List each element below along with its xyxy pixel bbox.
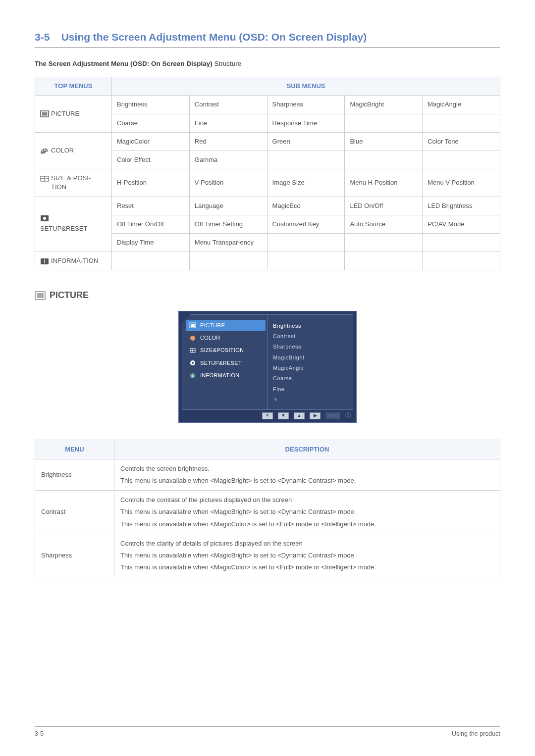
- osd-sub: Fine: [273, 384, 351, 395]
- cell: Contrast: [189, 96, 267, 114]
- cell: Reset: [112, 197, 190, 215]
- osd-sub: Brightness: [273, 321, 351, 331]
- cell: Red: [189, 132, 267, 151]
- osd-item-label: SETUP&RESET: [200, 359, 242, 367]
- cell: Sharpness: [267, 96, 345, 114]
- osd-left-menu: PICTURE COLOR SIZE&POSITION SETUP&RESET …: [182, 315, 268, 409]
- osd-btn-auto: AUTO: [325, 412, 340, 419]
- page-footer: 3-5 Using the product: [35, 726, 500, 739]
- cell: [267, 233, 345, 252]
- desc-menu-contrast: Contrast: [35, 491, 114, 534]
- osd-sub: MagicBright: [273, 353, 351, 363]
- cell: LED Brightness: [423, 197, 500, 215]
- desc-line: Controls the contrast of the pictures di…: [120, 496, 494, 504]
- cell: Off Timer Setting: [189, 215, 267, 233]
- osd-item-color: COLOR: [186, 332, 266, 344]
- cell: [345, 114, 423, 132]
- svg-point-4: [46, 150, 47, 151]
- cell: Green: [267, 132, 345, 151]
- th-menu: MENU: [35, 440, 114, 459]
- cell: Response Time: [267, 114, 345, 132]
- osd-button-bar: ✕ ▼ ▲ ▶ AUTO ⏻: [182, 410, 353, 420]
- intro-strong: The Screen Adjustment Menu (OSD: On Scre…: [35, 60, 213, 67]
- description-table: MENU DESCRIPTION Brightness Controls the…: [35, 440, 500, 578]
- svg-point-11: [43, 217, 46, 220]
- cell: [423, 252, 500, 270]
- cell: V-Position: [189, 169, 267, 197]
- divider: [35, 47, 500, 48]
- osd-item-label: SIZE&POSITION: [200, 347, 244, 354]
- desc-line: This menu is unavailable when <MagicBrig…: [120, 476, 494, 485]
- cell: Color Effect: [112, 151, 190, 169]
- desc-line: This menu is unavailable when <MagicColo…: [120, 563, 494, 572]
- osd-screenshot: PICTURE COLOR SIZE&POSITION SETUP&RESET …: [35, 311, 500, 423]
- cell: [345, 252, 423, 270]
- cell: Blue: [345, 132, 423, 151]
- cell: Coarse: [112, 114, 190, 132]
- desc-menu-brightness: Brightness: [35, 459, 114, 490]
- osd-btn-enter: ▶: [310, 412, 321, 419]
- cell: [423, 233, 500, 252]
- desc-line: This menu is unavailable when <MagicColo…: [120, 520, 494, 529]
- footer-left: 3-5: [35, 730, 44, 739]
- desc-menu-sharpness: Sharpness: [35, 534, 114, 577]
- svg-point-18: [190, 336, 195, 341]
- section-title: 3-5 Using the Screen Adjustment Menu (OS…: [35, 30, 500, 44]
- size-icon: [40, 175, 49, 182]
- osd-item-picture: PICTURE: [186, 320, 266, 331]
- osd-sub: Coarse: [273, 373, 351, 384]
- cell: Gamma: [189, 151, 267, 169]
- cell: [423, 114, 500, 132]
- svg-point-3: [44, 149, 46, 151]
- cell: MagicColor: [112, 132, 190, 151]
- svg-point-23: [192, 362, 194, 364]
- section-title-text: Using the Screen Adjustment Menu (OSD: O…: [61, 31, 367, 43]
- osd-btn-close: ✕: [262, 412, 273, 419]
- intro-rest: Structure: [213, 60, 242, 67]
- section-number: 3-5: [35, 31, 50, 43]
- cell: [267, 151, 345, 169]
- desc-line: This menu is unavailable when <MagicBrig…: [120, 551, 494, 560]
- gear-icon: [189, 359, 196, 366]
- osd-scroll-down-icon: ▼: [273, 395, 351, 405]
- desc-text: Controls the screen brightness. This men…: [114, 459, 500, 490]
- osd-right-submenu: Brightness Contrast Sharpness MagicBrigh…: [268, 315, 353, 409]
- th-submenus: SUB MENUS: [112, 77, 500, 96]
- desc-line: Controls the screen brightness.: [120, 464, 494, 473]
- osd-item-label: COLOR: [200, 334, 220, 342]
- osd-item-info: i INFORMATION: [186, 370, 266, 381]
- topmenu-setup-label: SETUP&RESET: [40, 225, 87, 232]
- svg-rect-15: [37, 293, 44, 298]
- info-icon: i: [189, 372, 196, 379]
- th-desc: DESCRIPTION: [114, 440, 500, 459]
- svg-rect-1: [42, 112, 48, 116]
- osd-btn-down: ▼: [278, 412, 289, 419]
- info-icon: i: [40, 258, 49, 265]
- osd-btn-power: ⏻: [345, 412, 351, 418]
- desc-line: This menu is unavailable when <MagicBrig…: [120, 507, 494, 516]
- cell: Customized Key: [267, 215, 345, 233]
- cell: MagicAngle: [423, 96, 500, 114]
- cell: [112, 252, 190, 270]
- topmenu-color: COLOR: [35, 132, 112, 169]
- topmenu-color-label: COLOR: [51, 147, 74, 154]
- cell: Menu Transpar-ency: [189, 233, 267, 252]
- osd-item-label: PICTURE: [200, 322, 225, 329]
- cell: Auto Source: [345, 215, 423, 233]
- cell: Color Tone: [423, 132, 500, 151]
- osd-sub: Sharpness: [273, 342, 351, 352]
- cell: [267, 252, 345, 270]
- cell: LED On/Off: [345, 197, 423, 215]
- cell: [345, 233, 423, 252]
- osd-btn-up: ▲: [294, 412, 305, 419]
- cell: Image Size: [267, 169, 345, 197]
- cell: [345, 151, 423, 169]
- cell: Menu V-Position: [423, 169, 500, 197]
- picture-icon: [40, 110, 49, 117]
- desc-text: Controls the contrast of the pictures di…: [114, 491, 500, 534]
- color-icon: [40, 148, 49, 154]
- topmenu-sizepos: SIZE & POSI-TION: [35, 169, 112, 197]
- cell: [423, 151, 500, 169]
- topmenu-sizepos-label: SIZE & POSI-TION: [51, 174, 106, 192]
- svg-rect-17: [191, 324, 195, 327]
